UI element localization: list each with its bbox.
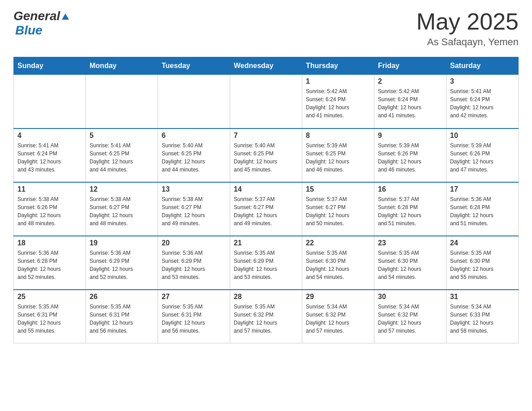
day-number: 31	[450, 293, 515, 301]
table-row: 13Sunrise: 5:38 AM Sunset: 6:27 PM Dayli…	[158, 182, 230, 236]
table-row: 17Sunrise: 5:36 AM Sunset: 6:28 PM Dayli…	[446, 182, 519, 236]
day-number: 23	[378, 239, 442, 247]
day-info: Sunrise: 5:35 AM Sunset: 6:30 PM Dayligh…	[378, 249, 442, 281]
day-info: Sunrise: 5:39 AM Sunset: 6:26 PM Dayligh…	[450, 141, 515, 174]
table-row: 26Sunrise: 5:35 AM Sunset: 6:31 PM Dayli…	[86, 290, 158, 343]
day-number: 17	[450, 185, 515, 193]
day-number: 7	[234, 132, 298, 140]
day-info: Sunrise: 5:41 AM Sunset: 6:24 PM Dayligh…	[17, 141, 82, 174]
day-number: 2	[378, 77, 442, 86]
col-wednesday: Wednesday	[230, 57, 302, 75]
day-info: Sunrise: 5:35 AM Sunset: 6:30 PM Dayligh…	[306, 249, 370, 281]
col-saturday: Saturday	[446, 57, 519, 75]
table-row: 8Sunrise: 5:39 AM Sunset: 6:25 PM Daylig…	[302, 128, 374, 182]
table-row: 21Sunrise: 5:35 AM Sunset: 6:29 PM Dayli…	[230, 236, 302, 290]
day-number: 1	[306, 77, 370, 86]
logo-general-text: General	[13, 9, 60, 23]
table-row: 23Sunrise: 5:35 AM Sunset: 6:30 PM Dayli…	[374, 236, 446, 290]
day-number: 25	[17, 293, 82, 301]
day-info: Sunrise: 5:37 AM Sunset: 6:27 PM Dayligh…	[234, 195, 298, 227]
day-number: 5	[90, 132, 154, 140]
day-number: 3	[450, 77, 515, 86]
day-number: 20	[162, 239, 226, 247]
table-row: 29Sunrise: 5:34 AM Sunset: 6:32 PM Dayli…	[302, 290, 374, 343]
day-number: 26	[90, 293, 154, 301]
table-row: 1Sunrise: 5:42 AM Sunset: 6:24 PM Daylig…	[302, 75, 374, 128]
day-info: Sunrise: 5:41 AM Sunset: 6:24 PM Dayligh…	[450, 87, 515, 120]
day-info: Sunrise: 5:36 AM Sunset: 6:29 PM Dayligh…	[162, 249, 226, 281]
day-number: 21	[234, 239, 298, 247]
page-header: General Blue May 2025 As Safaqayn, Yemen	[13, 9, 519, 48]
day-number: 6	[162, 132, 226, 140]
day-number: 10	[450, 132, 515, 140]
day-number: 22	[306, 239, 370, 247]
calendar-week-row: 1Sunrise: 5:42 AM Sunset: 6:24 PM Daylig…	[14, 75, 519, 128]
table-row: 10Sunrise: 5:39 AM Sunset: 6:26 PM Dayli…	[446, 128, 519, 182]
day-info: Sunrise: 5:39 AM Sunset: 6:26 PM Dayligh…	[378, 141, 442, 174]
day-info: Sunrise: 5:37 AM Sunset: 6:28 PM Dayligh…	[378, 195, 442, 227]
day-info: Sunrise: 5:34 AM Sunset: 6:32 PM Dayligh…	[306, 303, 370, 335]
day-info: Sunrise: 5:38 AM Sunset: 6:27 PM Dayligh…	[90, 195, 154, 227]
table-row: 12Sunrise: 5:38 AM Sunset: 6:27 PM Dayli…	[86, 182, 158, 236]
logo-blue-text: Blue	[15, 23, 43, 38]
table-row: 4Sunrise: 5:41 AM Sunset: 6:24 PM Daylig…	[14, 128, 86, 182]
table-row: 18Sunrise: 5:36 AM Sunset: 6:28 PM Dayli…	[14, 236, 86, 290]
col-thursday: Thursday	[302, 57, 374, 75]
table-row: 25Sunrise: 5:35 AM Sunset: 6:31 PM Dayli…	[14, 290, 86, 343]
location-subtitle: As Safaqayn, Yemen	[416, 36, 519, 48]
table-row: 9Sunrise: 5:39 AM Sunset: 6:26 PM Daylig…	[374, 128, 446, 182]
logo: General Blue	[13, 9, 69, 38]
day-number: 27	[162, 293, 226, 301]
calendar-table: Sunday Monday Tuesday Wednesday Thursday…	[13, 57, 519, 343]
day-number: 12	[90, 185, 154, 193]
table-row: 6Sunrise: 5:40 AM Sunset: 6:25 PM Daylig…	[158, 128, 230, 182]
table-row	[158, 75, 230, 128]
day-info: Sunrise: 5:40 AM Sunset: 6:25 PM Dayligh…	[162, 141, 226, 174]
day-info: Sunrise: 5:35 AM Sunset: 6:31 PM Dayligh…	[90, 303, 154, 335]
calendar-week-row: 25Sunrise: 5:35 AM Sunset: 6:31 PM Dayli…	[14, 290, 519, 343]
day-info: Sunrise: 5:41 AM Sunset: 6:25 PM Dayligh…	[90, 141, 154, 174]
calendar-week-row: 18Sunrise: 5:36 AM Sunset: 6:28 PM Dayli…	[14, 236, 519, 290]
day-number: 29	[306, 293, 370, 301]
table-row	[14, 75, 86, 128]
table-row: 30Sunrise: 5:34 AM Sunset: 6:32 PM Dayli…	[374, 290, 446, 343]
day-info: Sunrise: 5:35 AM Sunset: 6:32 PM Dayligh…	[234, 303, 298, 335]
day-info: Sunrise: 5:36 AM Sunset: 6:28 PM Dayligh…	[17, 249, 82, 281]
day-number: 16	[378, 185, 442, 193]
day-number: 15	[306, 185, 370, 193]
table-row: 15Sunrise: 5:37 AM Sunset: 6:27 PM Dayli…	[302, 182, 374, 236]
day-info: Sunrise: 5:38 AM Sunset: 6:26 PM Dayligh…	[17, 195, 82, 227]
day-number: 30	[378, 293, 442, 301]
table-row: 24Sunrise: 5:35 AM Sunset: 6:30 PM Dayli…	[446, 236, 519, 290]
day-number: 28	[234, 293, 298, 301]
table-row: 5Sunrise: 5:41 AM Sunset: 6:25 PM Daylig…	[86, 128, 158, 182]
table-row: 11Sunrise: 5:38 AM Sunset: 6:26 PM Dayli…	[14, 182, 86, 236]
day-info: Sunrise: 5:35 AM Sunset: 6:31 PM Dayligh…	[17, 303, 82, 335]
day-info: Sunrise: 5:42 AM Sunset: 6:24 PM Dayligh…	[306, 87, 370, 120]
day-info: Sunrise: 5:40 AM Sunset: 6:25 PM Dayligh…	[234, 141, 298, 174]
day-info: Sunrise: 5:39 AM Sunset: 6:25 PM Dayligh…	[306, 141, 370, 174]
table-row: 3Sunrise: 5:41 AM Sunset: 6:24 PM Daylig…	[446, 75, 519, 128]
table-row: 20Sunrise: 5:36 AM Sunset: 6:29 PM Dayli…	[158, 236, 230, 290]
day-number: 19	[90, 239, 154, 247]
day-info: Sunrise: 5:42 AM Sunset: 6:24 PM Dayligh…	[378, 87, 442, 120]
month-year-title: May 2025	[416, 9, 519, 34]
col-friday: Friday	[374, 57, 446, 75]
day-info: Sunrise: 5:38 AM Sunset: 6:27 PM Dayligh…	[162, 195, 226, 227]
day-number: 8	[306, 132, 370, 140]
day-info: Sunrise: 5:37 AM Sunset: 6:27 PM Dayligh…	[306, 195, 370, 227]
day-number: 11	[17, 185, 82, 193]
day-info: Sunrise: 5:36 AM Sunset: 6:29 PM Dayligh…	[90, 249, 154, 281]
calendar-week-row: 4Sunrise: 5:41 AM Sunset: 6:24 PM Daylig…	[14, 128, 519, 182]
calendar-header-row: Sunday Monday Tuesday Wednesday Thursday…	[14, 57, 519, 75]
table-row: 28Sunrise: 5:35 AM Sunset: 6:32 PM Dayli…	[230, 290, 302, 343]
table-row: 31Sunrise: 5:34 AM Sunset: 6:33 PM Dayli…	[446, 290, 519, 343]
table-row: 2Sunrise: 5:42 AM Sunset: 6:24 PM Daylig…	[374, 75, 446, 128]
table-row: 16Sunrise: 5:37 AM Sunset: 6:28 PM Dayli…	[374, 182, 446, 236]
table-row: 14Sunrise: 5:37 AM Sunset: 6:27 PM Dayli…	[230, 182, 302, 236]
day-info: Sunrise: 5:36 AM Sunset: 6:28 PM Dayligh…	[450, 195, 515, 227]
col-tuesday: Tuesday	[158, 57, 230, 75]
day-number: 18	[17, 239, 82, 247]
day-info: Sunrise: 5:35 AM Sunset: 6:31 PM Dayligh…	[162, 303, 226, 335]
day-info: Sunrise: 5:35 AM Sunset: 6:30 PM Dayligh…	[450, 249, 515, 281]
